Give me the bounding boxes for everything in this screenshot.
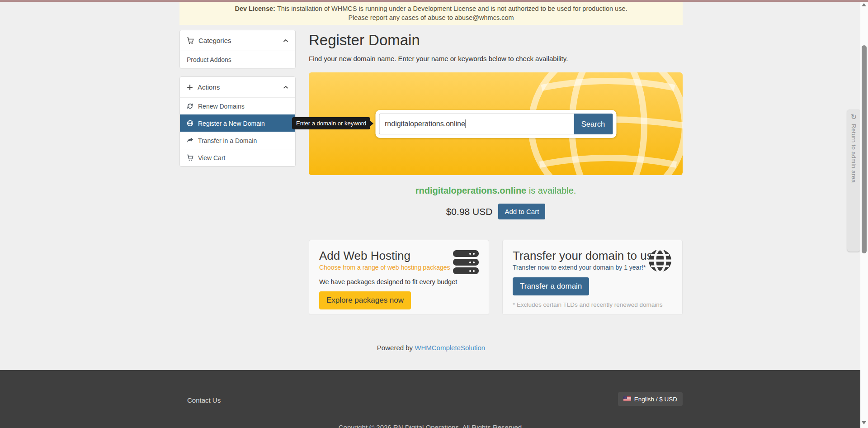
search-button[interactable]: Search [574,114,613,134]
sidebar-item-register-new-domain[interactable]: Register a New Domain [180,114,295,132]
actions-panel-header[interactable]: Actions [180,77,295,97]
transfer-domain-button[interactable]: Transfer a domain [513,277,589,295]
plus-icon [187,84,193,90]
sidebar-item-transfer-in-domain[interactable]: Transfer in a Domain [180,132,295,149]
page-subtitle: Find your new domain name. Enter your na… [309,55,683,63]
actions-title: Actions [198,83,220,91]
tooltip-arrow [370,121,373,126]
explore-packages-button[interactable]: Explore packages now [319,291,411,309]
categories-panel-header[interactable]: Categories [180,30,295,51]
return-to-admin-tab[interactable]: ↻ Return to admin area [847,109,860,252]
categories-panel: Categories Product Addons [179,30,296,68]
server-stack-icon [453,250,479,276]
copyright-text: Copyright © 2026 RN Digital Operations. … [179,423,683,428]
page-container: Categories Product Addons Actio [179,30,683,352]
promo-cards: Add Web Hosting Choose from a range of w… [309,240,683,315]
scroll-up-arrow-icon[interactable] [862,3,866,6]
sidebar-item-label: Register a New Domain [198,120,265,127]
categories-title: Categories [198,37,231,44]
whmcs-client-area-page: Dev License:This installation of WHMCS i… [0,0,868,428]
actions-panel: Actions Renew Domains [179,76,296,166]
domain-search-group: rndigitaloperations.online Search [375,110,616,138]
domain-price: $0.98 USD [446,206,493,217]
dev-license-banner: Dev License:This installation of WHMCS i… [179,1,683,25]
top-accent-strip [0,0,868,2]
sidebar-item-view-cart[interactable]: View Cart [180,149,295,166]
web-hosting-card: Add Web Hosting Choose from a range of w… [309,240,489,315]
footer: Contact Us English / $ USD Copyright © 2… [0,370,868,428]
dev-license-line1: Dev License:This installation of WHMCS i… [179,4,683,13]
hosting-card-body: We have packages designed to fit every b… [319,278,479,285]
transfer-domain-card: Transfer your domain to us Transfer now … [502,240,683,315]
page-title: Register Domain [309,32,683,49]
sidebar: Categories Product Addons Actio [179,30,296,166]
dev-license-label: Dev License: [235,5,275,12]
language-currency-button[interactable]: English / $ USD [618,392,683,406]
locale-label: English / $ USD [634,396,677,403]
scrollbar-thumb[interactable] [862,45,867,253]
globe-solid-icon [648,248,672,275]
contact-us-link[interactable]: Contact Us [187,396,221,404]
us-flag-icon [623,396,631,403]
sidebar-item-label: Transfer in a Domain [198,137,257,144]
globe-icon [187,120,193,127]
sidebar-item-label: Product Addons [187,56,231,63]
return-to-admin-label: Return to admin area [850,124,857,183]
transfer-arrow-icon [187,137,193,144]
sidebar-item-label: View Cart [198,154,225,162]
domain-search-input[interactable]: rndigitaloperations.online [379,114,574,134]
main-content: Register Domain Find your new domain nam… [309,30,683,315]
refresh-icon [187,103,193,109]
add-to-cart-button[interactable]: Add to Cart [498,204,545,219]
sidebar-item-renew-domains[interactable]: Renew Domains [180,97,295,114]
whmcs-link[interactable]: WHMCompleteSolution [415,344,485,352]
sidebar-item-label: Renew Domains [198,103,245,110]
vertical-scrollbar[interactable] [860,0,868,428]
search-tooltip: Enter a domain or keyword [292,117,373,129]
return-icon: ↻ [851,114,857,121]
price-row: $0.98 USD Add to Cart [309,204,683,219]
dev-license-line2: Please report any cases of abuse to abus… [179,13,683,22]
available-domain: rndigitaloperations.online [415,185,527,195]
chevron-up-icon[interactable] [283,39,288,43]
cart-icon [187,37,194,44]
scroll-down-arrow-icon[interactable] [862,421,866,424]
sidebar-item-product-addons[interactable]: Product Addons [180,51,295,68]
availability-message: rndigitaloperations.online is available. [309,185,683,196]
transfer-card-footnote: * Excludes certain TLDs and recently ren… [513,301,672,308]
cart-icon [187,154,193,161]
chevron-up-icon[interactable] [283,86,288,89]
search-tooltip-text: Enter a domain or keyword [292,117,370,129]
powered-by: Powered by WHMCompleteSolution [179,344,683,352]
